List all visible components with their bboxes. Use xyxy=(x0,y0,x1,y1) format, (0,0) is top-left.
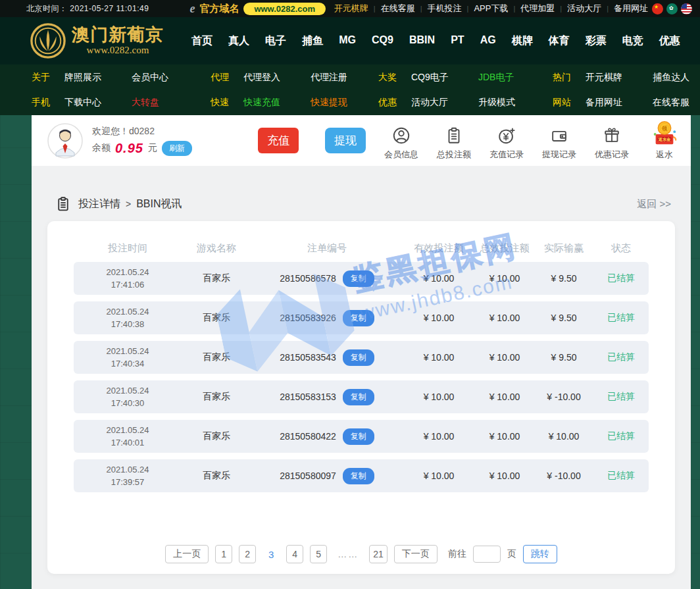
main-nav-item[interactable]: PT xyxy=(451,34,464,48)
copy-button[interactable]: 复制 xyxy=(343,349,374,366)
main-nav-item[interactable]: 体育 xyxy=(549,34,570,48)
refresh-balance-button[interactable]: 刷新 xyxy=(162,141,192,156)
china-flag-icon[interactable] xyxy=(652,3,663,14)
deposit-button[interactable]: 充值 xyxy=(258,128,299,153)
page-number-button[interactable]: 4 xyxy=(286,545,303,563)
cell-bet-id: 28150580422 复制 xyxy=(251,428,403,445)
main-nav-item[interactable]: 彩票 xyxy=(586,34,607,48)
total-bets-link[interactable]: 总投注额 xyxy=(428,120,480,161)
topbar-link[interactable]: 开元棋牌 xyxy=(334,3,381,14)
subnav-group-label: 手机 xyxy=(32,97,64,109)
site-logo[interactable]: 澳门新葡京 www.0282.com xyxy=(30,23,164,59)
language-flags xyxy=(652,3,692,14)
main-nav-item[interactable]: 真人 xyxy=(228,34,249,48)
subnav-link[interactable]: 开元棋牌 xyxy=(586,72,653,84)
cell-total-amount: ¥ 10.00 xyxy=(475,352,534,363)
copy-button[interactable]: 复制 xyxy=(343,468,374,484)
prev-page-button[interactable]: 上一页 xyxy=(165,545,209,563)
subnav-link[interactable]: 牌照展示 xyxy=(64,72,132,84)
svg-text:返水金: 返水金 xyxy=(658,137,671,142)
official-domain-pill[interactable]: www.0282.com xyxy=(243,3,326,15)
bet-table: 2021.05.24 17:41:06 百家乐 28150586578 复制 ¥… xyxy=(74,262,649,492)
subnav-link[interactable]: 快速提现 xyxy=(311,97,347,109)
copy-button[interactable]: 复制 xyxy=(343,428,374,445)
subnav-link[interactable]: 大转盘 xyxy=(132,97,159,109)
main-nav-item[interactable]: 棋牌 xyxy=(512,34,533,48)
macau-flag-icon[interactable] xyxy=(666,3,678,14)
goto-label: 前往 xyxy=(448,548,466,560)
promo-record-icon xyxy=(602,126,622,145)
page-content: 欢迎您！d0282 余额 0.95 元 刷新 充值 提现 会员信息 xyxy=(32,115,691,589)
member-info-link[interactable]: 会员信息 xyxy=(375,120,428,161)
page-number-button[interactable]: 1 xyxy=(215,545,232,563)
page-number-button[interactable]: 2 xyxy=(239,545,256,563)
subnav-link[interactable]: CQ9电子 xyxy=(411,72,478,84)
user-meta: 欢迎您！d0282 余额 0.95 元 刷新 xyxy=(92,126,199,156)
bet-id-text: 28150580097 xyxy=(280,471,336,481)
page-number-button[interactable]: 5 xyxy=(310,545,327,563)
cell-valid-amount: ¥ 10.00 xyxy=(403,352,475,363)
promo-record-link[interactable]: 优惠记录 xyxy=(586,120,638,161)
cell-game-name: 百家乐 xyxy=(182,272,251,284)
subnav-link[interactable]: 代理注册 xyxy=(311,72,347,84)
main-nav-item[interactable]: AG xyxy=(480,34,496,48)
usa-flag-icon[interactable] xyxy=(681,3,692,14)
main-nav-item[interactable]: 首页 xyxy=(191,34,213,48)
back-link[interactable]: 返回 >> xyxy=(637,198,671,211)
deposit-record-link[interactable]: 充值记录 xyxy=(480,120,533,161)
subnav-link[interactable]: 升级模式 xyxy=(478,97,515,109)
goto-page-input[interactable] xyxy=(473,546,501,563)
subnav-link[interactable]: 下载中心 xyxy=(64,97,132,109)
main-nav-item[interactable]: 电子 xyxy=(265,34,286,48)
subnav-group: 快速 快速充值 快速提现 xyxy=(211,90,378,115)
withdraw-button[interactable]: 提现 xyxy=(325,128,366,153)
cell-bet-time: 2021.05.24 17:40:38 xyxy=(74,305,182,331)
main-nav-item[interactable]: MG xyxy=(339,34,356,48)
cell-bet-id: 28150583153 复制 xyxy=(251,389,403,405)
topbar-links: 开元棋牌 在线客服 手机投注 APP下载 代理加盟 活动大厅 备用网址 xyxy=(334,3,648,14)
page-number-button[interactable]: 21 xyxy=(369,545,388,563)
next-page-button[interactable]: 下一页 xyxy=(394,545,438,563)
main-nav-item[interactable]: 捕鱼 xyxy=(302,34,323,48)
subnav-link[interactable]: 代理登入 xyxy=(243,72,311,84)
copy-button[interactable]: 复制 xyxy=(343,310,374,326)
table-row: 2021.05.24 17:41:06 百家乐 28150586578 复制 ¥… xyxy=(74,262,649,295)
page-title: 投注详情 xyxy=(78,197,120,211)
subnav-group: 关于 牌照展示 会员中心 xyxy=(32,65,211,90)
bet-id-text: 28150580422 xyxy=(280,431,336,442)
withdraw-record-link[interactable]: 提现记录 xyxy=(533,120,586,161)
page-number-button[interactable]: 3 xyxy=(262,545,280,563)
rebate-link[interactable]: 返水金 领 返水 xyxy=(638,120,691,161)
copy-button[interactable]: 复制 xyxy=(343,270,374,287)
page-number-button[interactable]: …… xyxy=(334,545,362,563)
bet-id-text: 28150586578 xyxy=(280,273,336,284)
subnav-link[interactable]: 捕鱼达人 xyxy=(653,72,689,84)
topbar-link[interactable]: 备用网址 xyxy=(614,3,648,14)
subnav-link[interactable]: 在线客服 xyxy=(653,97,689,109)
subnav-link[interactable]: 快速充值 xyxy=(243,97,311,109)
subnav-link[interactable]: 备用网址 xyxy=(586,97,653,109)
user-bar: 欢迎您！d0282 余额 0.95 元 刷新 充值 提现 会员信息 xyxy=(32,115,691,166)
jump-button[interactable]: 跳转 xyxy=(523,545,557,563)
topbar-link[interactable]: 在线客服 xyxy=(381,3,428,14)
subnav-link[interactable]: 活动大厅 xyxy=(411,97,478,109)
main-nav-item[interactable]: CQ9 xyxy=(372,34,393,48)
main-nav-item[interactable]: 优惠 xyxy=(659,34,680,48)
topbar-link[interactable]: APP下载 xyxy=(474,3,520,14)
deposit-record-icon xyxy=(497,126,516,145)
main-area: 投注详情 > BBIN视讯 返回 >> 投注时间 游戏名称 注单编号 有效投注额… xyxy=(32,166,691,589)
topbar-link[interactable]: 代理加盟 xyxy=(520,3,567,14)
main-nav-item[interactable]: 电竞 xyxy=(622,34,643,48)
col-header-game-name: 游戏名称 xyxy=(182,242,251,255)
main-nav-item[interactable]: BBIN xyxy=(409,34,435,48)
col-header-total-amount: 总效投注额 xyxy=(475,242,534,255)
col-header-status: 状态 xyxy=(593,242,649,255)
topbar-link[interactable]: 手机投注 xyxy=(428,3,474,14)
cell-status: 已结算 xyxy=(593,430,649,442)
topbar-link[interactable]: 活动大厅 xyxy=(567,3,614,14)
subnav-group-label: 热门 xyxy=(553,72,586,84)
copy-button[interactable]: 复制 xyxy=(343,389,374,405)
cell-status: 已结算 xyxy=(593,272,649,284)
subnav-link[interactable]: JDB电子 xyxy=(478,72,514,84)
subnav-link[interactable]: 会员中心 xyxy=(132,72,168,84)
